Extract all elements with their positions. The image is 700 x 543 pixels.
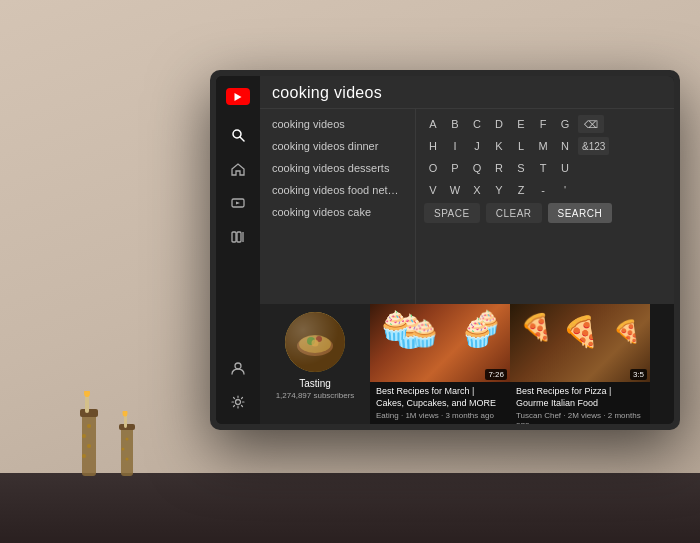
video-info-cupcakes: Best Recipes for March | Cakes, Cupcakes… [370,382,510,424]
video-card-cupcakes[interactable]: 🧁 🧁 🧁 7:26 Best Recipes for March | Cake… [370,304,510,424]
svg-point-27 [307,337,315,345]
videos-row: Tasting 1,274,897 subscribers 🧁 🧁 🧁 7:26… [260,304,674,424]
key-Q[interactable]: Q [468,159,486,177]
content-row: cooking videos cooking videos dinner coo… [260,109,674,304]
sidebar-item-search[interactable] [220,119,256,151]
channel-thumb-image [285,312,345,372]
sidebar [216,76,260,424]
video-duration-1: 3:5 [630,369,647,380]
table-surface [0,473,700,543]
video-channel-pizza: Tuscan Chef [516,411,561,420]
keyboard-row-2: H I J K L M N &123 [424,137,666,155]
video-info-pizza: Best Recipes for Pizza | Gourme Italian … [510,382,650,424]
svg-point-12 [126,438,129,441]
key-V[interactable]: V [424,181,442,199]
candle-right-decor [115,411,140,481]
key-apostrophe[interactable]: ' [556,181,574,199]
key-backspace[interactable]: ⌫ [578,115,604,133]
key-Y[interactable]: Y [490,181,508,199]
svg-line-16 [240,137,244,141]
video-title-cupcakes: Best Recipes for March | Cakes, Cupcakes… [376,386,504,409]
svg-point-14 [126,458,129,461]
search-query-text: cooking videos [272,84,382,102]
key-T[interactable]: T [534,159,552,177]
video-channel-cupcakes: Eating [376,411,399,420]
svg-rect-0 [82,411,96,476]
svg-rect-20 [237,232,241,242]
video-views-cupcakes-text: 1M views [405,411,438,420]
sidebar-item-subscriptions[interactable] [220,187,256,219]
svg-point-24 [285,312,345,372]
key-J[interactable]: J [468,137,486,155]
key-A[interactable]: A [424,115,442,133]
svg-point-25 [297,336,333,356]
suggestion-item-0[interactable]: cooking videos [260,113,415,135]
sidebar-item-home[interactable] [220,153,256,185]
key-E[interactable]: E [512,115,530,133]
key-F[interactable]: F [534,115,552,133]
keyboard-row-4: V W X Y Z - ' [424,181,666,199]
svg-point-6 [87,444,91,448]
svg-rect-19 [232,232,236,242]
svg-point-4 [87,424,91,428]
search-area: cooking videos [260,76,674,109]
key-W[interactable]: W [446,181,464,199]
action-row: SPACE CLEAR SEARCH [424,203,666,223]
channel-card[interactable]: Tasting 1,274,897 subscribers [260,304,370,424]
key-M[interactable]: M [534,137,552,155]
video-meta-pizza: Tuscan Chef · 2M views · 2 months ago [516,411,644,424]
suggestion-item-4[interactable]: cooking videos cake [260,201,415,223]
key-L[interactable]: L [512,137,530,155]
suggestions-panel: cooking videos cooking videos dinner coo… [260,109,415,304]
key-D[interactable]: D [490,115,508,133]
svg-point-13 [122,448,125,451]
svg-rect-8 [121,426,133,476]
svg-marker-18 [236,202,240,205]
tv-screen: cooking videos cooking videos cooking vi… [216,76,674,424]
key-S[interactable]: S [512,159,530,177]
main-content: cooking videos cooking videos cooking vi… [260,76,674,424]
sidebar-item-settings[interactable] [220,386,256,418]
key-C[interactable]: C [468,115,486,133]
svg-point-3 [84,391,90,397]
video-time-cupcakes: 3 months ago [445,411,493,420]
tv-frame: cooking videos cooking videos cooking vi… [210,70,680,430]
key-G[interactable]: G [556,115,574,133]
keyboard-row-3: O P Q R S T U [424,159,666,177]
key-dash[interactable]: - [534,181,552,199]
key-special-123[interactable]: &123 [578,137,609,155]
key-U[interactable]: U [556,159,574,177]
suggestion-item-1[interactable]: cooking videos dinner [260,135,415,157]
key-P[interactable]: P [446,159,464,177]
keyboard-panel: A B C D E F G ⌫ H I J K [415,109,674,304]
key-Z[interactable]: Z [512,181,530,199]
key-K[interactable]: K [490,137,508,155]
keyboard-row-1: A B C D E F G ⌫ [424,115,666,133]
key-H[interactable]: H [424,137,442,155]
key-O[interactable]: O [424,159,442,177]
suggestion-item-3[interactable]: cooking videos food network [260,179,415,201]
video-duration-0: 7:26 [485,369,507,380]
svg-point-23 [236,400,241,405]
key-R[interactable]: R [490,159,508,177]
video-card-pizza[interactable]: 🍕 🍕 3:5 Best Recipes for Pizza | Gourme … [510,304,650,424]
sidebar-item-account[interactable] [220,352,256,384]
pizza-thumbnail: 🍕 🍕 3:5 [510,304,650,382]
suggestion-item-2[interactable]: cooking videos desserts [260,157,415,179]
svg-point-22 [235,363,241,369]
svg-point-26 [299,335,331,353]
key-X[interactable]: X [468,181,486,199]
key-N[interactable]: N [556,137,574,155]
search-button[interactable]: SEARCH [548,203,613,223]
video-views-pizza: 2M views [568,411,601,420]
space-button[interactable]: SPACE [424,203,480,223]
channel-subs-text: 1,274,897 subscribers [276,391,355,400]
search-bar: cooking videos [272,84,662,102]
clear-button[interactable]: CLEAR [486,203,542,223]
channel-thumbnail [285,312,345,372]
svg-point-28 [316,336,322,342]
sidebar-item-library[interactable] [220,221,256,253]
key-B[interactable]: B [446,115,464,133]
svg-point-29 [312,340,319,347]
key-I[interactable]: I [446,137,464,155]
